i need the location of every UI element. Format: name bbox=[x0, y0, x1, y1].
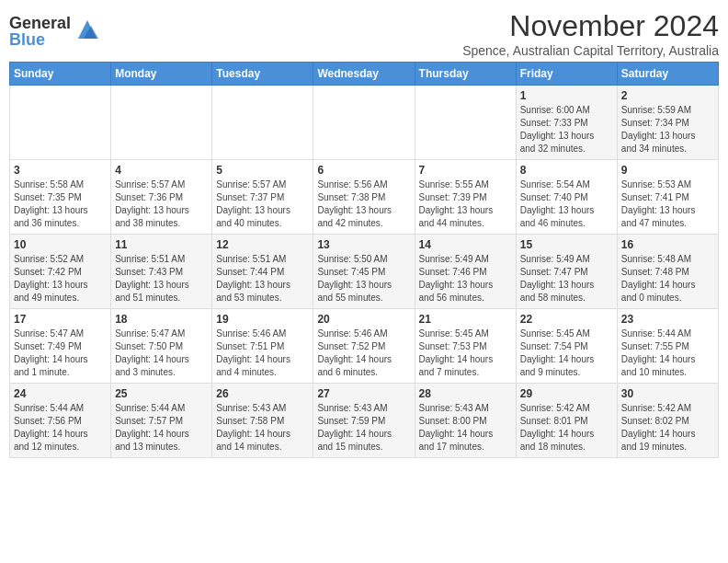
calendar-cell: 24Sunrise: 5:44 AM Sunset: 7:56 PM Dayli… bbox=[10, 384, 111, 458]
calendar-cell: 8Sunrise: 5:54 AM Sunset: 7:40 PM Daylig… bbox=[516, 160, 617, 235]
calendar-cell bbox=[415, 86, 516, 160]
day-number: 27 bbox=[317, 387, 410, 400]
day-info: Sunrise: 5:46 AM Sunset: 7:52 PM Dayligh… bbox=[317, 327, 410, 379]
calendar-cell: 26Sunrise: 5:43 AM Sunset: 7:58 PM Dayli… bbox=[212, 384, 313, 458]
day-info: Sunrise: 5:52 AM Sunset: 7:42 PM Dayligh… bbox=[14, 253, 107, 304]
day-info: Sunrise: 5:51 AM Sunset: 7:44 PM Dayligh… bbox=[216, 253, 309, 304]
day-number: 22 bbox=[520, 313, 613, 326]
calendar-cell: 5Sunrise: 5:57 AM Sunset: 7:37 PM Daylig… bbox=[212, 160, 313, 235]
day-number: 3 bbox=[14, 164, 107, 177]
day-number: 14 bbox=[419, 238, 512, 251]
day-number: 2 bbox=[621, 89, 714, 102]
calendar-cell: 30Sunrise: 5:42 AM Sunset: 8:02 PM Dayli… bbox=[617, 384, 718, 458]
calendar-cell: 17Sunrise: 5:47 AM Sunset: 7:49 PM Dayli… bbox=[10, 309, 111, 384]
day-info: Sunrise: 5:49 AM Sunset: 7:47 PM Dayligh… bbox=[520, 253, 613, 304]
month-title: November 2024 bbox=[462, 9, 719, 43]
day-number: 12 bbox=[216, 238, 309, 251]
day-number: 16 bbox=[621, 238, 714, 251]
day-number: 10 bbox=[14, 238, 107, 251]
day-number: 20 bbox=[317, 313, 410, 326]
day-info: Sunrise: 5:57 AM Sunset: 7:37 PM Dayligh… bbox=[216, 178, 309, 230]
day-info: Sunrise: 5:54 AM Sunset: 7:40 PM Dayligh… bbox=[520, 178, 613, 230]
header-day-wednesday: Wednesday bbox=[313, 63, 415, 86]
day-number: 1 bbox=[520, 89, 613, 102]
header-day-tuesday: Tuesday bbox=[212, 63, 313, 86]
calendar-cell bbox=[212, 86, 313, 160]
logo: General Blue bbox=[9, 15, 100, 48]
day-number: 9 bbox=[621, 164, 714, 177]
location: Spence, Australian Capital Territory, Au… bbox=[462, 43, 719, 58]
day-info: Sunrise: 5:50 AM Sunset: 7:45 PM Dayligh… bbox=[317, 253, 410, 304]
day-info: Sunrise: 5:53 AM Sunset: 7:41 PM Dayligh… bbox=[621, 178, 714, 230]
day-info: Sunrise: 5:45 AM Sunset: 7:53 PM Dayligh… bbox=[419, 327, 512, 379]
day-info: Sunrise: 5:49 AM Sunset: 7:46 PM Dayligh… bbox=[419, 253, 512, 304]
calendar-cell: 9Sunrise: 5:53 AM Sunset: 7:41 PM Daylig… bbox=[617, 160, 718, 235]
calendar-cell: 21Sunrise: 5:45 AM Sunset: 7:53 PM Dayli… bbox=[415, 309, 516, 384]
day-number: 6 bbox=[317, 164, 410, 177]
header-day-monday: Monday bbox=[111, 63, 212, 86]
calendar-cell: 4Sunrise: 5:57 AM Sunset: 7:36 PM Daylig… bbox=[111, 160, 212, 235]
day-number: 11 bbox=[115, 238, 208, 251]
day-info: Sunrise: 5:43 AM Sunset: 7:58 PM Dayligh… bbox=[216, 402, 309, 454]
day-info: Sunrise: 5:51 AM Sunset: 7:43 PM Dayligh… bbox=[115, 253, 208, 304]
week-row-1: 3Sunrise: 5:58 AM Sunset: 7:35 PM Daylig… bbox=[10, 160, 719, 235]
day-number: 26 bbox=[216, 387, 309, 400]
day-info: Sunrise: 5:57 AM Sunset: 7:36 PM Dayligh… bbox=[115, 178, 208, 230]
day-number: 21 bbox=[419, 313, 512, 326]
calendar-cell: 7Sunrise: 5:55 AM Sunset: 7:39 PM Daylig… bbox=[415, 160, 516, 235]
day-info: Sunrise: 5:44 AM Sunset: 7:55 PM Dayligh… bbox=[621, 327, 714, 379]
day-number: 28 bbox=[419, 387, 512, 400]
calendar-cell: 3Sunrise: 5:58 AM Sunset: 7:35 PM Daylig… bbox=[10, 160, 111, 235]
day-number: 23 bbox=[621, 313, 714, 326]
title-section: November 2024 Spence, Australian Capital… bbox=[462, 9, 719, 58]
day-number: 18 bbox=[115, 313, 208, 326]
day-number: 7 bbox=[419, 164, 512, 177]
calendar-cell: 16Sunrise: 5:48 AM Sunset: 7:48 PM Dayli… bbox=[617, 235, 718, 309]
day-info: Sunrise: 5:58 AM Sunset: 7:35 PM Dayligh… bbox=[14, 178, 107, 230]
day-number: 19 bbox=[216, 313, 309, 326]
calendar-cell: 28Sunrise: 5:43 AM Sunset: 8:00 PM Dayli… bbox=[415, 384, 516, 458]
calendar-cell: 2Sunrise: 5:59 AM Sunset: 7:34 PM Daylig… bbox=[617, 86, 718, 160]
day-number: 30 bbox=[621, 387, 714, 400]
day-number: 5 bbox=[216, 164, 309, 177]
page-header: General Blue November 2024 Spence, Austr… bbox=[9, 9, 719, 58]
calendar-cell: 15Sunrise: 5:49 AM Sunset: 7:47 PM Dayli… bbox=[516, 235, 617, 309]
calendar-cell: 19Sunrise: 5:46 AM Sunset: 7:51 PM Dayli… bbox=[212, 309, 313, 384]
day-number: 17 bbox=[14, 313, 107, 326]
day-number: 29 bbox=[520, 387, 613, 400]
day-info: Sunrise: 5:48 AM Sunset: 7:48 PM Dayligh… bbox=[621, 253, 714, 304]
calendar-cell: 13Sunrise: 5:50 AM Sunset: 7:45 PM Dayli… bbox=[313, 235, 415, 309]
day-info: Sunrise: 5:47 AM Sunset: 7:50 PM Dayligh… bbox=[115, 327, 208, 379]
calendar-cell: 12Sunrise: 5:51 AM Sunset: 7:44 PM Dayli… bbox=[212, 235, 313, 309]
header-day-thursday: Thursday bbox=[415, 63, 516, 86]
logo-blue: Blue bbox=[9, 31, 71, 48]
day-number: 4 bbox=[115, 164, 208, 177]
calendar-cell: 1Sunrise: 6:00 AM Sunset: 7:33 PM Daylig… bbox=[516, 86, 617, 160]
day-info: Sunrise: 5:42 AM Sunset: 8:01 PM Dayligh… bbox=[520, 402, 613, 454]
header-day-sunday: Sunday bbox=[10, 63, 111, 86]
day-info: Sunrise: 5:42 AM Sunset: 8:02 PM Dayligh… bbox=[621, 402, 714, 454]
day-number: 15 bbox=[520, 238, 613, 251]
day-info: Sunrise: 5:47 AM Sunset: 7:49 PM Dayligh… bbox=[14, 327, 107, 379]
calendar-cell: 23Sunrise: 5:44 AM Sunset: 7:55 PM Dayli… bbox=[617, 309, 718, 384]
calendar-cell: 22Sunrise: 5:45 AM Sunset: 7:54 PM Dayli… bbox=[516, 309, 617, 384]
calendar-cell bbox=[10, 86, 111, 160]
day-info: Sunrise: 5:56 AM Sunset: 7:38 PM Dayligh… bbox=[317, 178, 410, 230]
day-info: Sunrise: 5:46 AM Sunset: 7:51 PM Dayligh… bbox=[216, 327, 309, 379]
day-number: 13 bbox=[317, 238, 410, 251]
day-number: 8 bbox=[520, 164, 613, 177]
calendar-cell: 10Sunrise: 5:52 AM Sunset: 7:42 PM Dayli… bbox=[10, 235, 111, 309]
calendar-cell: 18Sunrise: 5:47 AM Sunset: 7:50 PM Dayli… bbox=[111, 309, 212, 384]
header-day-friday: Friday bbox=[516, 63, 617, 86]
day-info: Sunrise: 5:45 AM Sunset: 7:54 PM Dayligh… bbox=[520, 327, 613, 379]
calendar-cell: 14Sunrise: 5:49 AM Sunset: 7:46 PM Dayli… bbox=[415, 235, 516, 309]
calendar-cell bbox=[111, 86, 212, 160]
week-row-0: 1Sunrise: 6:00 AM Sunset: 7:33 PM Daylig… bbox=[10, 86, 719, 160]
day-number: 25 bbox=[115, 387, 208, 400]
calendar-cell: 20Sunrise: 5:46 AM Sunset: 7:52 PM Dayli… bbox=[313, 309, 415, 384]
header-day-saturday: Saturday bbox=[617, 63, 718, 86]
calendar-cell: 11Sunrise: 5:51 AM Sunset: 7:43 PM Dayli… bbox=[111, 235, 212, 309]
week-row-4: 24Sunrise: 5:44 AM Sunset: 7:56 PM Dayli… bbox=[10, 384, 719, 458]
week-row-2: 10Sunrise: 5:52 AM Sunset: 7:42 PM Dayli… bbox=[10, 235, 719, 309]
calendar-cell: 6Sunrise: 5:56 AM Sunset: 7:38 PM Daylig… bbox=[313, 160, 415, 235]
